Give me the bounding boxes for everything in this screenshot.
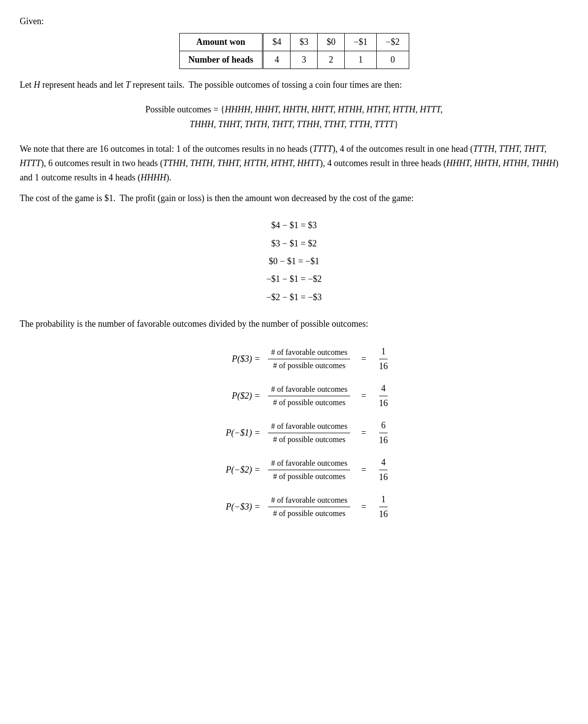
eq-sign-neg1: = bbox=[361, 426, 366, 440]
eq-3: $0 − $1 = −$1 bbox=[269, 253, 319, 269]
table-val-2: 2 bbox=[318, 51, 345, 69]
given-label: Given: bbox=[20, 15, 568, 28]
prob-label-neg3: P(−$3) = bbox=[196, 500, 260, 514]
prob-frac-den-3: # of possible outcomes bbox=[270, 359, 348, 371]
prob-val-neg3: 1 16 bbox=[377, 493, 390, 521]
prob-frac-den-2: # of possible outcomes bbox=[270, 396, 348, 408]
prob-label-neg1: P(−$1) = bbox=[196, 426, 260, 440]
prob-val-neg2: 4 16 bbox=[377, 456, 390, 484]
prob-row-neg2: P(−$2) = # of favorable outcomes # of po… bbox=[196, 456, 392, 484]
prob-val-3: 1 16 bbox=[377, 345, 390, 373]
prob-frac-den-neg2: # of possible outcomes bbox=[270, 470, 348, 482]
eq-sign-neg2: = bbox=[361, 463, 366, 477]
prob-row-neg1: P(−$1) = # of favorable outcomes # of po… bbox=[196, 419, 392, 447]
prob-row-2: P($2) = # of favorable outcomes # of pos… bbox=[196, 382, 392, 410]
possible-outcomes-block: Possible outcomes = {HHHH, HHHT, HHTH, H… bbox=[20, 102, 568, 132]
prob-frac-num-neg2: # of favorable outcomes bbox=[268, 458, 350, 470]
eq-sign-2: = bbox=[361, 389, 366, 403]
prob-frac-den-neg1: # of possible outcomes bbox=[270, 433, 348, 445]
eq-2: $3 − $1 = $2 bbox=[271, 236, 317, 251]
table-header-amount: Amount won bbox=[179, 34, 263, 51]
prob-frac-3: # of favorable outcomes # of possible ou… bbox=[268, 347, 350, 372]
prob-frac-neg1: # of favorable outcomes # of possible ou… bbox=[268, 421, 350, 446]
data-table: Amount won $4 $3 $0 −$1 −$2 Number of he… bbox=[179, 33, 409, 69]
paragraph-1: Let H represent heads and let T represen… bbox=[20, 78, 568, 92]
eq-sign-3: = bbox=[361, 352, 366, 366]
prob-frac-den-neg3: # of possible outcomes bbox=[270, 507, 348, 519]
prob-frac-neg3: # of favorable outcomes # of possible ou… bbox=[268, 495, 350, 519]
prob-label-3: P($3) = bbox=[196, 352, 260, 366]
outcomes-line1: Possible outcomes = {HHHH, HHHT, HHTH, H… bbox=[20, 102, 568, 117]
table-header-neg1: −$1 bbox=[345, 34, 377, 51]
prob-frac-neg2: # of favorable outcomes # of possible ou… bbox=[268, 458, 350, 483]
prob-row-3: P($3) = # of favorable outcomes # of pos… bbox=[196, 345, 392, 373]
prob-label-2: P($2) = bbox=[196, 389, 260, 403]
table-val-4: 4 bbox=[263, 51, 291, 69]
table-header-3: $3 bbox=[291, 34, 318, 51]
table-header-4: $4 bbox=[263, 34, 291, 51]
prob-val-2: 4 16 bbox=[377, 382, 390, 410]
table-val-3: 3 bbox=[291, 51, 318, 69]
prob-frac-num-neg3: # of favorable outcomes bbox=[268, 495, 350, 507]
prob-val-neg1: 6 16 bbox=[377, 419, 390, 447]
eq-1: $4 − $1 = $3 bbox=[271, 217, 317, 233]
table-val-0: 0 bbox=[377, 51, 409, 69]
eq-4: −$1 − $1 = −$2 bbox=[266, 271, 322, 287]
table-val-1: 1 bbox=[345, 51, 377, 69]
prob-frac-num-neg1: # of favorable outcomes bbox=[268, 421, 350, 433]
prob-label-neg2: P(−$2) = bbox=[196, 463, 260, 477]
eq-sign-neg3: = bbox=[361, 500, 366, 514]
eq-5: −$2 − $1 = −$3 bbox=[266, 289, 322, 305]
prob-row-neg3: P(−$3) = # of favorable outcomes # of po… bbox=[196, 493, 392, 521]
equations-block: $4 − $1 = $3 $3 − $1 = $2 $0 − $1 = −$1 … bbox=[20, 217, 568, 305]
paragraph-3: The cost of the game is $1. The profit (… bbox=[20, 191, 568, 206]
prob-frac-2: # of favorable outcomes # of possible ou… bbox=[268, 384, 350, 409]
paragraph-4: The probability is the number of favorab… bbox=[20, 317, 568, 331]
prob-frac-num-3: # of favorable outcomes bbox=[268, 347, 350, 359]
table-wrapper: Amount won $4 $3 $0 −$1 −$2 Number of he… bbox=[20, 33, 568, 69]
outcomes-line2: THHH, THHT, THTH, THTT, TTHH, TTHT, TTTH… bbox=[20, 117, 568, 132]
prob-frac-num-2: # of favorable outcomes bbox=[268, 384, 350, 396]
probability-block: P($3) = # of favorable outcomes # of pos… bbox=[20, 345, 568, 521]
table-row-label: Number of heads bbox=[179, 51, 263, 69]
paragraph-2: We note that there are 16 outcomes in to… bbox=[20, 142, 568, 184]
table-header-neg2: −$2 bbox=[377, 34, 409, 51]
table-header-0: $0 bbox=[318, 34, 345, 51]
